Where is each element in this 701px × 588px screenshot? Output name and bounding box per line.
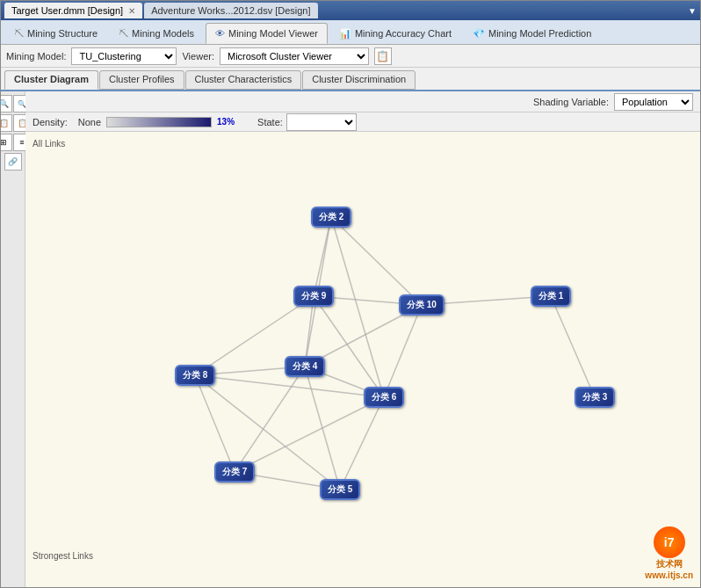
shading-row: Shading Variable: Population [25,91,700,113]
tab-adventure-works-label: Adventure Works...2012.dsv [Design] [151,5,310,16]
main-window: Target User.dmm [Design] ✕ Adventure Wor… [0,0,701,588]
sub-tab-cluster-discrimination[interactable]: Cluster Discrimination [302,70,416,90]
density-none-label: None [78,117,101,127]
zoom-in-button[interactable]: 🔍 [1,95,12,113]
svg-line-6 [314,296,384,397]
tab-mining-structure[interactable]: ⛏ Mining Structure [4,23,107,44]
shading-label: Shading Variable: [533,97,609,107]
viewer-label: Viewer: [182,51,213,62]
mining-model-select[interactable]: TU_Clustering [71,47,177,65]
state-select[interactable] [286,113,357,131]
title-arrow-icon: ▼ [688,6,697,16]
mining-model-prediction-icon: 💎 [473,28,485,40]
tab-mining-models[interactable]: ⛏ Mining Models [109,23,204,44]
mining-models-icon: ⛏ [119,28,128,39]
mining-structure-icon: ⛏ [14,28,24,39]
tab-close-target-user[interactable]: ✕ [128,6,135,16]
svg-line-20 [195,375,235,472]
cluster-node-c5[interactable]: 分类 5 [320,479,360,500]
cluster-node-c8[interactable]: 分类 8 [175,365,215,386]
tab-mining-accuracy-chart[interactable]: 📊 Mining Accuracy Chart [329,23,461,44]
diagram-area: Shading Variable: Population Density: No… [25,91,700,587]
svg-line-3 [331,217,384,397]
cluster-node-c2[interactable]: 分类 2 [311,207,351,228]
svg-line-17 [235,397,384,472]
edges-svg [25,132,700,587]
density-row: Density: None 13% State: [25,113,700,132]
sub-tabs: Cluster Diagram Cluster Profiles Cluster… [1,68,700,91]
svg-line-0 [314,217,331,296]
cluster-node-c6[interactable]: 分类 6 [364,387,404,408]
svg-line-2 [331,217,422,305]
cluster-node-c3[interactable]: 分类 3 [575,387,615,408]
copy-icon[interactable]: 📋 [374,47,392,65]
left-toolbar: 🔍 🔍 📋 📋 ⊞ ≡ 🔗 [1,91,25,587]
svg-line-15 [305,367,340,490]
title-bar: Target User.dmm [Design] ✕ Adventure Wor… [1,1,700,20]
tab-mining-model-prediction[interactable]: 💎 Mining Model Prediction [463,23,601,44]
cluster-node-c9[interactable]: 分类 9 [293,286,334,307]
cluster-node-c4[interactable]: 分类 4 [285,356,325,377]
svg-line-14 [235,367,305,472]
svg-line-11 [551,296,595,397]
mining-model-label: Mining Model: [6,51,66,62]
mining-accuracy-chart-icon: 📊 [339,28,351,40]
watermark-line2: www.itjs.cn [645,570,693,580]
svg-line-18 [195,375,384,397]
mining-model-viewer-icon: 👁 [215,28,225,39]
cluster-node-c1[interactable]: 分类 1 [531,286,571,307]
cluster-canvas: All Links Strongest Links 分类 2分类 9分类 10分… [25,132,700,587]
copy-diagram-button[interactable]: 📋 [1,114,12,132]
watermark-line1: 技术网 [656,558,683,570]
svg-line-16 [340,397,384,490]
watermark: i7 技术网 www.itjs.cn [645,526,693,580]
cluster-node-c7[interactable]: 分类 7 [214,461,255,483]
watermark-logo: i7 [654,526,685,558]
all-links-label: All Links [33,139,65,149]
tab-mining-model-viewer[interactable]: 👁 Mining Model Viewer [206,23,328,44]
density-percent: 13% [217,117,235,127]
tab-target-user[interactable]: Target User.dmm [Design] ✕ [4,3,142,18]
fit-button[interactable]: ⊞ [1,134,12,151]
cluster-node-c10[interactable]: 分类 10 [399,294,444,316]
toolbar-tabs: ⛏ Mining Structure ⛏ Mining Models 👁 Min… [1,20,700,45]
tab-target-user-label: Target User.dmm [Design] [11,5,123,16]
sub-tab-cluster-profiles[interactable]: Cluster Profiles [99,70,184,90]
strongest-links-label: Strongest Links [33,551,93,561]
shading-select[interactable]: Population [614,93,693,111]
density-label: Density: [33,117,68,127]
state-row: State: [257,113,357,131]
link-button[interactable]: 🔗 [4,153,22,171]
svg-line-9 [384,305,422,397]
tool-row-4: 🔗 [4,153,22,171]
viewer-select[interactable]: Microsoft Cluster Viewer [220,47,369,65]
sub-tab-cluster-diagram[interactable]: Cluster Diagram [4,70,98,90]
sub-tab-cluster-characteristics[interactable]: Cluster Characteristics [185,70,302,90]
density-bar [106,117,212,127]
content-area: 🔍 🔍 📋 📋 ⊞ ≡ 🔗 Shading Variable: [1,91,700,587]
state-label: State: [257,117,283,127]
tab-adventure-works[interactable]: Adventure Works...2012.dsv [Design] [144,3,317,18]
mining-model-row: Mining Model: TU_Clustering Viewer: Micr… [1,45,700,68]
